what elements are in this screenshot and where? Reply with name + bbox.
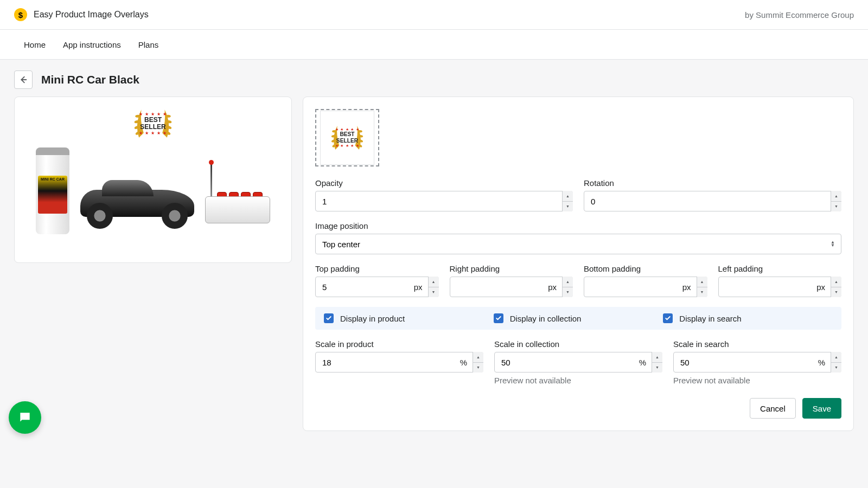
nav-instructions[interactable]: App instructions [63,40,121,49]
right-padding-stepper[interactable]: ▲▼ [562,277,573,297]
scale-product-input[interactable] [315,352,483,373]
opacity-stepper[interactable]: ▲▼ [562,191,573,211]
scale-product-stepper[interactable]: ▲▼ [473,352,483,373]
product-car [75,175,200,229]
app-title: Easy Product Image Overlays [34,10,149,20]
display-options-row: Display in product Display in collection… [315,307,841,330]
display-collection-checkbox[interactable] [494,313,503,323]
save-button[interactable]: Save [802,398,841,419]
vendor-label: by Summit Ecommerce Group [745,10,854,20]
scale-collection-stepper[interactable]: ▲▼ [652,352,662,373]
scale-collection-unit: % [639,358,646,367]
app-logo-icon: $ [14,8,27,21]
scale-collection-hint: Preview not available [494,376,662,385]
badge-line2: SELLER [139,124,168,131]
scale-search-stepper[interactable]: ▲▼ [831,352,841,373]
opacity-label: Opacity [315,178,573,188]
bottom-padding-label: Bottom padding [584,264,707,273]
nav-bar: Home App instructions Plans [0,30,868,60]
rotation-stepper[interactable]: ▲▼ [831,191,841,211]
bottom-padding-unit: px [682,282,691,292]
cancel-button[interactable]: Cancel [750,398,796,419]
product-remote [205,169,270,223]
right-padding-label: Right padding [450,264,573,273]
scale-search-hint: Preview not available [673,376,841,385]
display-collection-label: Display in collection [510,314,582,323]
page-header: Mini RC Car Black [0,60,868,97]
opacity-input[interactable] [315,191,573,211]
scale-product-label: Scale in product [315,339,483,349]
display-product-label: Display in product [340,314,405,323]
rotation-label: Rotation [584,178,841,188]
top-padding-label: Top padding [315,264,439,273]
image-position-label: Image position [315,221,841,230]
overlay-thumbnail: ★ ★ ★ ★ ★ BEST SELLER ★ ★ ★ ★ ★ [327,118,367,157]
settings-card: ★ ★ ★ ★ ★ BEST SELLER ★ ★ ★ ★ ★ Opacity … [303,97,854,431]
page-title: Mini RC Car Black [41,73,139,86]
top-padding-stepper[interactable]: ▲▼ [428,277,439,297]
left-padding-unit: px [816,282,825,292]
check-icon [326,315,332,322]
left-padding-stepper[interactable]: ▲▼ [831,277,841,297]
select-arrows-icon: ▲▼ [831,241,835,247]
back-button[interactable] [14,70,33,89]
display-search-checkbox[interactable] [663,313,673,323]
scale-search-unit: % [818,358,825,367]
chat-icon [18,410,32,425]
scale-collection-label: Scale in collection [494,339,662,349]
bottom-padding-stepper[interactable]: ▲▼ [697,277,707,297]
can-label: MINI RC CAR [38,176,67,214]
check-icon [665,315,671,322]
display-product-checkbox[interactable] [324,313,334,323]
image-position-select[interactable]: Top center [315,234,841,254]
chat-fab[interactable] [9,401,41,434]
badge-stars-bottom: ★ ★ ★ ★ ★ [139,131,168,136]
product-image: MINI RC CAR [15,97,291,262]
overlay-selector[interactable]: ★ ★ ★ ★ ★ BEST SELLER ★ ★ ★ ★ ★ [315,109,379,166]
nav-home[interactable]: Home [24,40,46,49]
scale-product-unit: % [460,358,467,367]
overlay-badge: ★ ★ ★ ★ ★ BEST SELLER ★ ★ ★ ★ ★ [130,100,176,147]
left-padding-label: Left padding [718,264,842,273]
scale-collection-input[interactable] [494,352,662,373]
product-can: MINI RC CAR [36,147,69,234]
check-icon [495,315,502,322]
display-search-label: Display in search [679,314,741,323]
scale-search-label: Scale in search [673,339,841,349]
top-bar: $ Easy Product Image Overlays by Summit … [0,0,868,30]
arrow-left-icon [18,75,28,85]
rotation-input[interactable] [584,191,841,211]
top-padding-unit: px [414,282,423,292]
nav-plans[interactable]: Plans [138,40,159,49]
scale-search-input[interactable] [673,352,841,373]
right-padding-unit: px [548,282,557,292]
product-preview-card: MINI RC CAR [14,97,292,263]
